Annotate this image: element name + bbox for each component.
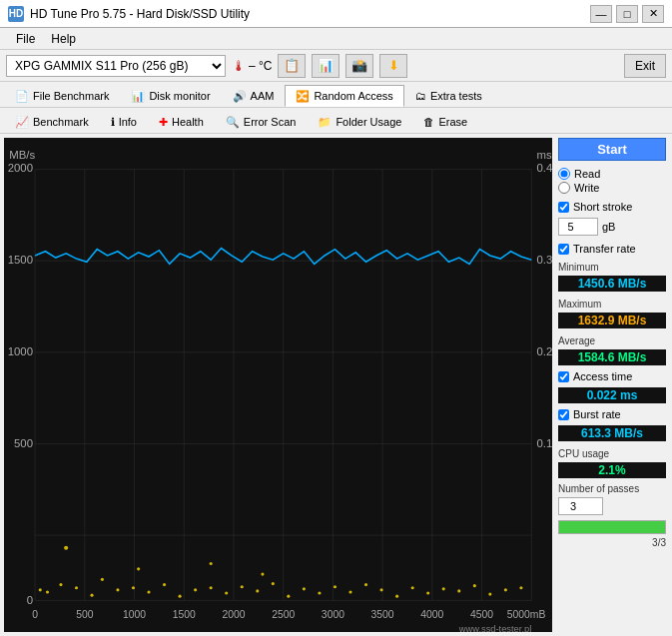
toolbar-btn-4[interactable]: ⬇ bbox=[379, 54, 407, 78]
right-panel: Start Read Write Short stroke gB Transfe… bbox=[552, 134, 672, 636]
svg-text:0.20: 0.20 bbox=[536, 345, 552, 357]
tab-benchmark[interactable]: 📈 Benchmark bbox=[4, 111, 100, 133]
maximum-value: 1632.9 MB/s bbox=[558, 313, 666, 328]
svg-point-72 bbox=[519, 586, 522, 589]
svg-text:3000: 3000 bbox=[322, 609, 344, 620]
svg-text:0.10: 0.10 bbox=[536, 437, 552, 449]
svg-point-66 bbox=[426, 591, 429, 594]
tab-health[interactable]: ✚ Health bbox=[148, 111, 215, 133]
tab-info[interactable]: ℹ Info bbox=[100, 111, 148, 133]
svg-point-62 bbox=[364, 583, 367, 586]
tabs-row2: 📈 Benchmark ℹ Info ✚ Health 🔍 Error Scan… bbox=[0, 108, 672, 134]
svg-point-56 bbox=[272, 582, 275, 585]
average-label: Average bbox=[558, 335, 666, 346]
health-icon: ✚ bbox=[159, 116, 168, 129]
menu-file[interactable]: File bbox=[8, 30, 43, 48]
temperature-display: 🌡 – °C bbox=[232, 58, 272, 74]
transfer-rate-checkbox[interactable] bbox=[558, 244, 569, 255]
exit-button[interactable]: Exit bbox=[624, 54, 666, 78]
info-icon: ℹ bbox=[111, 116, 115, 129]
start-button[interactable]: Start bbox=[558, 138, 666, 161]
svg-text:1500: 1500 bbox=[8, 254, 33, 266]
burst-rate-value: 613.3 MB/s bbox=[558, 425, 666, 441]
read-radio[interactable] bbox=[558, 168, 570, 180]
write-radio-label[interactable]: Write bbox=[558, 182, 666, 194]
toolbar-btn-2[interactable]: 📊 bbox=[312, 54, 339, 78]
tab-disk-monitor[interactable]: 📊 Disk monitor bbox=[120, 85, 221, 107]
write-label: Write bbox=[574, 182, 599, 194]
minimize-button[interactable]: — bbox=[590, 5, 612, 23]
tab-aam[interactable]: 🔊 AAM bbox=[222, 85, 286, 107]
svg-point-50 bbox=[179, 595, 182, 598]
file-benchmark-icon: 📄 bbox=[15, 90, 29, 103]
svg-text:0: 0 bbox=[32, 609, 38, 620]
svg-point-60 bbox=[334, 585, 336, 588]
access-time-checkbox[interactable] bbox=[558, 371, 569, 382]
passes-spinbox[interactable] bbox=[558, 497, 603, 515]
svg-point-51 bbox=[194, 588, 197, 591]
benchmark-icon: 📈 bbox=[15, 116, 29, 129]
svg-point-61 bbox=[348, 590, 351, 593]
svg-point-54 bbox=[241, 585, 244, 588]
error-scan-icon: 🔍 bbox=[226, 116, 240, 129]
access-time-checkbox-row: Access time bbox=[558, 370, 666, 382]
maximize-button[interactable]: □ bbox=[616, 5, 638, 23]
svg-point-76 bbox=[261, 572, 264, 575]
svg-point-64 bbox=[395, 595, 398, 598]
svg-text:0: 0 bbox=[27, 593, 33, 605]
window-controls: — □ ✕ bbox=[590, 5, 664, 23]
aam-icon: 🔊 bbox=[233, 90, 247, 103]
short-stroke-spinbox[interactable] bbox=[558, 218, 598, 236]
short-stroke-label: Short stroke bbox=[573, 201, 632, 213]
folder-usage-icon: 📁 bbox=[318, 116, 332, 129]
tab-folder-usage[interactable]: 📁 Folder Usage bbox=[307, 111, 412, 133]
svg-text:1000: 1000 bbox=[123, 609, 146, 620]
svg-point-69 bbox=[473, 584, 476, 587]
tabs-row1: 📄 File Benchmark 📊 Disk monitor 🔊 AAM 🔀 … bbox=[0, 82, 672, 108]
svg-text:2500: 2500 bbox=[272, 609, 295, 620]
svg-point-59 bbox=[318, 591, 321, 594]
tab-file-benchmark[interactable]: 📄 File Benchmark bbox=[4, 85, 120, 107]
svg-text:4000: 4000 bbox=[420, 609, 443, 620]
burst-rate-checkbox[interactable] bbox=[558, 409, 569, 420]
svg-point-45 bbox=[101, 578, 104, 581]
svg-point-46 bbox=[116, 588, 119, 591]
svg-point-44 bbox=[90, 594, 93, 597]
svg-point-55 bbox=[256, 589, 259, 592]
random-access-icon: 🔀 bbox=[296, 90, 310, 103]
access-time-label: Access time bbox=[573, 370, 632, 382]
svg-point-63 bbox=[380, 588, 383, 591]
toolbar-btn-3[interactable]: 📸 bbox=[345, 54, 373, 78]
svg-point-73 bbox=[64, 546, 68, 550]
short-stroke-checkbox[interactable] bbox=[558, 202, 569, 213]
svg-point-49 bbox=[163, 583, 166, 586]
extra-tests-icon: 🗂 bbox=[415, 90, 426, 102]
write-radio[interactable] bbox=[558, 182, 570, 194]
svg-rect-0 bbox=[4, 138, 552, 632]
svg-text:500: 500 bbox=[76, 609, 93, 620]
svg-text:2000: 2000 bbox=[222, 609, 245, 620]
menu-help[interactable]: Help bbox=[43, 30, 84, 48]
read-radio-label[interactable]: Read bbox=[558, 168, 666, 180]
svg-point-40 bbox=[39, 588, 42, 591]
tab-erase[interactable]: 🗑 Erase bbox=[412, 111, 478, 133]
svg-point-43 bbox=[75, 586, 78, 589]
temperature-icon: 🌡 bbox=[232, 58, 246, 74]
burst-rate-checkbox-row: Burst rate bbox=[558, 408, 666, 420]
title-text: HD Tune Pro 5.75 - Hard Disk/SSD Utility bbox=[30, 7, 590, 21]
toolbar-btn-1[interactable]: 📋 bbox=[278, 54, 306, 78]
read-write-radio-group: Read Write bbox=[558, 168, 666, 194]
main-content: 2000 1500 1000 500 0 MB/s 0.40 0.30 0.20… bbox=[0, 134, 672, 636]
tab-random-access[interactable]: 🔀 Random Access bbox=[285, 85, 403, 107]
minimum-value: 1450.6 MB/s bbox=[558, 276, 666, 292]
passes-label: Number of passes bbox=[558, 483, 666, 494]
tab-extra-tests[interactable]: 🗂 Extra tests bbox=[404, 85, 493, 107]
tab-error-scan[interactable]: 🔍 Error Scan bbox=[215, 111, 308, 133]
svg-text:2000: 2000 bbox=[8, 162, 33, 174]
svg-point-65 bbox=[411, 586, 414, 589]
cpu-usage-label: CPU usage bbox=[558, 448, 666, 459]
disk-select[interactable]: XPG GAMMIX S11 Pro (256 gB) bbox=[6, 55, 226, 77]
close-button[interactable]: ✕ bbox=[642, 5, 664, 23]
short-stroke-unit: gB bbox=[602, 221, 615, 233]
passes-spinbox-row bbox=[558, 497, 666, 515]
